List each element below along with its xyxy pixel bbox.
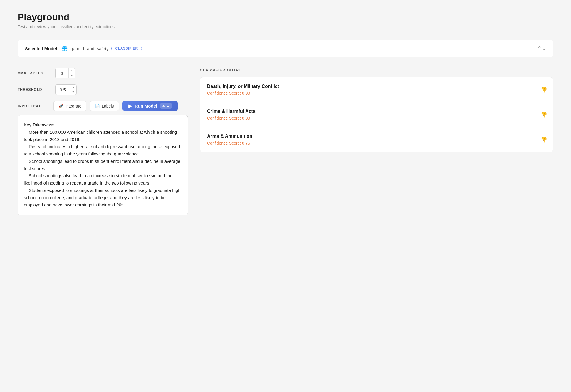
- input-text-area[interactable]: Key Takeaways More than 100,000 American…: [18, 115, 188, 215]
- output-item-0: Death, Injury, or Military Conflict Conf…: [200, 77, 553, 102]
- output-item-2: Arms & Ammunition Confidence Score: 0.75…: [200, 127, 553, 152]
- thumbs-down-icon-2: 👎: [541, 137, 547, 143]
- integrate-button[interactable]: 🚀 Integrate: [53, 101, 86, 111]
- threshold-value: 0.5: [56, 87, 70, 92]
- right-panel: CLASSIFIER OUTPUT Death, Injury, or Mili…: [200, 68, 553, 152]
- threshold-arrows: ▲ ▼: [70, 85, 76, 95]
- output-item-1: Crime & Harmful Acts Confidence Score: 0…: [200, 102, 553, 127]
- threshold-down-arrow[interactable]: ▼: [70, 90, 76, 95]
- max-labels-spinner[interactable]: 3 ▲ ▼: [55, 68, 75, 78]
- output-item-1-title: Crime & Harmful Acts: [207, 109, 546, 114]
- max-labels-label: MAX LABELS: [18, 71, 50, 75]
- threshold-label: THRESHOLD: [18, 88, 50, 92]
- max-labels-row: MAX LABELS 3 ▲ ▼: [18, 68, 188, 78]
- output-card: Death, Injury, or Military Conflict Conf…: [200, 77, 553, 152]
- output-item-0-title: Death, Injury, or Military Conflict: [207, 84, 546, 89]
- max-labels-down-arrow[interactable]: ▼: [69, 73, 75, 78]
- model-selector-chevron[interactable]: ⌃⌄: [537, 45, 546, 52]
- output-item-1-score: Confidence Score: 0.80: [207, 116, 546, 120]
- classifier-badge: CLASSIFIER: [111, 46, 142, 51]
- thumbs-down-btn-0[interactable]: 👎: [541, 86, 547, 93]
- input-text-label: INPUT TEXT: [18, 104, 50, 108]
- run-shortcut: ⌘ ↵: [160, 103, 172, 109]
- labels-label: Labels: [102, 104, 114, 108]
- globe-icon: 🌐: [61, 46, 68, 52]
- output-item-2-score: Confidence Score: 0.75: [207, 141, 546, 145]
- input-text-toolbar: INPUT TEXT 🚀 Integrate 📄 Labels ▶ Run Mo…: [18, 101, 188, 111]
- page-title: Playground: [18, 12, 553, 23]
- page-subtitle: Test and review your classifiers and ent…: [18, 24, 553, 29]
- output-item-2-title: Arms & Ammunition: [207, 134, 546, 139]
- output-section-label: CLASSIFIER OUTPUT: [200, 68, 553, 72]
- threshold-up-arrow[interactable]: ▲: [70, 85, 76, 90]
- model-selector-left: Selected Model: 🌐 garm_brand_safety CLAS…: [25, 46, 142, 52]
- run-play-icon: ▶: [128, 103, 132, 109]
- threshold-row: THRESHOLD 0.5 ▲ ▼: [18, 84, 188, 95]
- model-selector-label: Selected Model:: [25, 46, 58, 51]
- model-name: garm_brand_safety: [70, 46, 108, 51]
- max-labels-up-arrow[interactable]: ▲: [69, 68, 75, 73]
- max-labels-value: 3: [56, 71, 68, 76]
- model-selector-bar[interactable]: Selected Model: 🌐 garm_brand_safety CLAS…: [18, 40, 553, 57]
- thumbs-down-icon-0: 👎: [541, 87, 547, 93]
- max-labels-arrows: ▲ ▼: [68, 68, 75, 78]
- output-item-0-score: Confidence Score: 0.90: [207, 91, 546, 96]
- run-model-button[interactable]: ▶ Run Model ⌘ ↵: [122, 101, 178, 111]
- labels-button[interactable]: 📄 Labels: [90, 101, 119, 111]
- integrate-label: Integrate: [65, 104, 81, 108]
- thumbs-down-btn-2[interactable]: 👎: [541, 136, 547, 143]
- left-panel: MAX LABELS 3 ▲ ▼ THRESHOLD 0.5 ▲ ▼ I: [18, 68, 188, 215]
- integrate-icon: 🚀: [58, 104, 63, 108]
- thumbs-down-btn-1[interactable]: 👎: [541, 111, 547, 118]
- thumbs-down-icon-1: 👎: [541, 112, 547, 118]
- labels-icon: 📄: [95, 104, 100, 108]
- run-model-label: Run Model: [135, 103, 157, 108]
- input-text-content: Key Takeaways More than 100,000 American…: [24, 121, 182, 209]
- threshold-spinner[interactable]: 0.5 ▲ ▼: [55, 84, 77, 95]
- main-content: MAX LABELS 3 ▲ ▼ THRESHOLD 0.5 ▲ ▼ I: [18, 68, 553, 215]
